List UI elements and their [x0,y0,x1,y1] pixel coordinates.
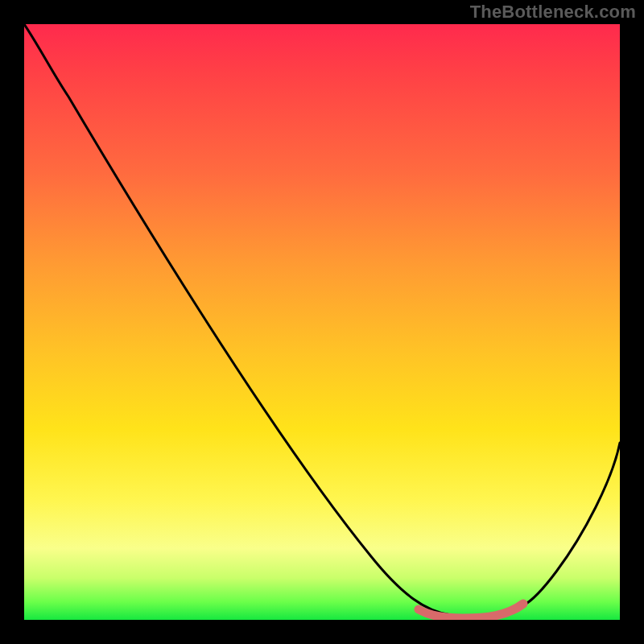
curve-layer [24,24,620,620]
chart-frame: TheBottleneck.com [0,0,644,644]
highlight-band [419,604,523,618]
plot-area [24,24,620,620]
bottleneck-curve [24,24,620,617]
watermark-text: TheBottleneck.com [470,2,636,23]
